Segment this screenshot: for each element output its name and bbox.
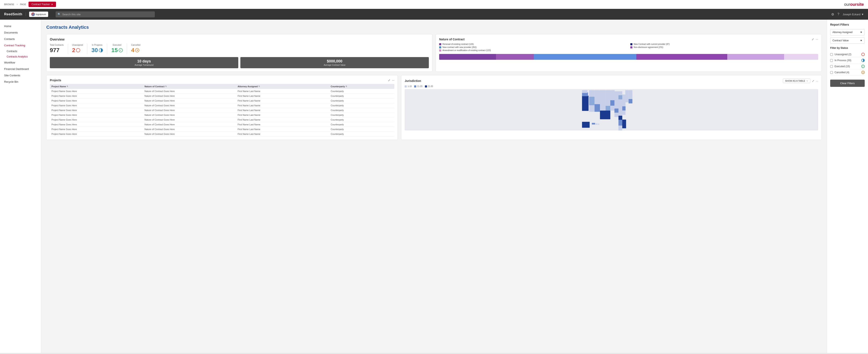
project-name-cell: Project Name Goes Here [52, 90, 145, 92]
expand-jurisdiction-icon[interactable]: ⤢ [812, 80, 814, 83]
clear-filters-button[interactable]: Clear Filters [830, 80, 865, 87]
state-tn [614, 105, 619, 109]
dropdown-chevron-attorney: ▼ [860, 31, 862, 34]
state-fl [622, 119, 626, 128]
legend-item-4: New Contract with current provider (87) [630, 43, 818, 45]
nav-actions: ⚙ ? Joseph Eckard ▼ [831, 12, 864, 16]
sidebar-item-contract-tracking[interactable]: Contract Tracking [0, 42, 41, 49]
sidebar-item-recycle-bin[interactable]: Recycle Bin [0, 79, 41, 85]
cancelled-badge-icon: ✕ [861, 71, 865, 74]
sort-arrow-attorney: ⇅ [258, 85, 260, 87]
nature-card-actions: ⤢ ··· [812, 38, 818, 41]
state-il [614, 95, 619, 100]
filter-unassigned-checkbox[interactable] [830, 53, 833, 56]
user-menu-button[interactable]: Joseph Eckard ▼ [843, 13, 864, 16]
attorney-cell: First Name Last Name [238, 104, 331, 107]
nature-cell: Nature of Contract Goes Here [145, 99, 238, 102]
more-projects-icon[interactable]: ··· [392, 79, 395, 82]
counterparty-cell: Counterparty [331, 99, 393, 102]
attorney-cell: First Name Last Name [238, 118, 331, 121]
table-row[interactable]: Project Name Goes Here Nature of Contrac… [50, 117, 394, 122]
filter-by-status-title: Filter by Status [830, 47, 865, 50]
cancelled-value: 4 ✕ [131, 47, 140, 54]
col-attorney[interactable]: Attorney Assigned ⇅ [238, 85, 331, 88]
project-name-cell: Project Name Goes Here [52, 123, 145, 126]
projects-card-actions: ⤢ ··· [388, 79, 395, 82]
executed-badge-icon: ✓ [861, 65, 865, 68]
table-row[interactable]: Project Name Goes Here Nature of Contrac… [50, 94, 394, 98]
sort-arrow-counterparty: ⇅ [345, 85, 347, 87]
filter-unassigned-label: Unassigned (2) [835, 53, 860, 56]
filter-executed-checkbox[interactable] [830, 65, 833, 68]
help-icon[interactable]: ? [837, 12, 839, 16]
attorney-cell: First Name Last Name [238, 90, 331, 92]
show-as-table-button[interactable]: SHOW AS A TABLE → [783, 79, 810, 83]
legend-21-30: 21-30 [425, 85, 433, 87]
filter-in-process-checkbox[interactable] [830, 59, 833, 62]
table-row[interactable]: Project Name Goes Here Nature of Contrac… [50, 132, 394, 137]
filter-cancelled-label: Cancelled (4) [835, 71, 860, 74]
table-row[interactable]: Project Name Goes Here Nature of Contrac… [50, 98, 394, 103]
col-counterparty[interactable]: Counterparty ⇅ [331, 85, 393, 88]
state-pa [622, 94, 626, 99]
contract-value-dropdown[interactable]: Contract Value ▼ [830, 37, 865, 43]
sidebar-sub-contracts[interactable]: Contracts [0, 49, 41, 54]
table-row[interactable]: Project Name Goes Here Nature of Contrac… [50, 103, 394, 108]
table-row[interactable]: Project Name Goes Here Nature of Contrac… [50, 108, 394, 113]
filter-cancelled-checkbox[interactable] [830, 71, 833, 74]
legend-item-2: New contract with new provider (262) [439, 46, 627, 49]
attorney-cell: First Name Last Name [238, 99, 331, 102]
nature-card-header: Nature of Contract ⤢ ··· [439, 38, 818, 41]
sidebar-item-documents[interactable]: Documents [0, 29, 41, 36]
projects-card: Projects ⤢ ··· Project Name ⇅ Nature of … [46, 75, 398, 140]
state-nj [622, 106, 626, 111]
projects-card-header: Projects ⤢ ··· [50, 79, 394, 82]
table-row[interactable]: Project Name Goes Here Nature of Contrac… [50, 127, 394, 132]
counterparty-cell: Counterparty [331, 95, 393, 97]
state-ut [595, 96, 600, 105]
state-nh [629, 95, 632, 99]
col-nature[interactable]: Nature of Contract ⇅ [145, 85, 238, 88]
map-legend: 1-10 11-20 21-30 [405, 85, 818, 87]
table-row[interactable]: Project Name Goes Here Nature of Contrac… [50, 113, 394, 117]
state-hi-1 [592, 123, 595, 124]
sidebar-item-financial-dashboard[interactable]: Financial Dashboard [0, 66, 41, 72]
attorney-assigned-dropdown[interactable]: Attorney Assigned ▼ [830, 29, 865, 35]
turnaround-label: Average Turnaround [52, 64, 236, 66]
brand-name: ReedSmith [4, 12, 26, 16]
more-icon[interactable]: ··· [816, 38, 818, 41]
search-input[interactable] [56, 11, 155, 18]
sidebar-item-workflow[interactable]: Workflow [0, 59, 41, 66]
legend-item-3: Amendment or modification of existing co… [439, 49, 627, 52]
executed-status-icon: ✓ [119, 48, 123, 52]
sidebar-item-contacts[interactable]: Contacts [0, 36, 41, 42]
stat-executed: Executed 15 ✓ [112, 44, 123, 54]
sidebar-sub-contracts-analytics[interactable]: Contracts Analytics [0, 54, 41, 59]
jurisdiction-title: Jurisdiction [405, 79, 421, 83]
settings-icon[interactable]: ⚙ [831, 12, 834, 16]
table-row[interactable]: Project Name Goes Here Nature of Contrac… [50, 89, 394, 94]
table-row[interactable]: Project Name Goes Here Nature of Contrac… [50, 122, 394, 127]
panel-title: Report Filters [830, 23, 865, 26]
legend-label-1: Renewal of existing contract (126) [442, 43, 474, 45]
unassigned-badge-icon [861, 53, 865, 56]
sidebar-item-site-contents[interactable]: Site Contents [0, 72, 41, 79]
col-project-name[interactable]: Project Name ⇅ [52, 85, 145, 88]
counterparty-cell: Counterparty [331, 109, 393, 112]
bar-seg-4 [636, 54, 727, 60]
expand-icon[interactable]: ⤢ [812, 38, 814, 41]
contract-tracker-button[interactable]: Contract Tracker ▼ [29, 2, 56, 7]
oursite-logo: ouroursite [844, 2, 864, 7]
counterparty-cell: Counterparty [331, 123, 393, 126]
counterparty-cell: Counterparty [331, 128, 393, 130]
expand-projects-icon[interactable]: ⤢ [388, 79, 391, 82]
breadcrumb-browse[interactable]: BROWSE [4, 3, 14, 6]
more-jurisdiction-icon[interactable]: ··· [816, 80, 818, 83]
unassigned-value: 2 [72, 47, 83, 54]
state-md [622, 98, 626, 102]
us-map-container [405, 89, 818, 130]
sidebar-item-home[interactable]: Home [0, 23, 41, 29]
breadcrumb-page[interactable]: PAGE [20, 3, 26, 6]
search-icon: 🔍 [58, 13, 61, 16]
state-wi [614, 91, 619, 96]
